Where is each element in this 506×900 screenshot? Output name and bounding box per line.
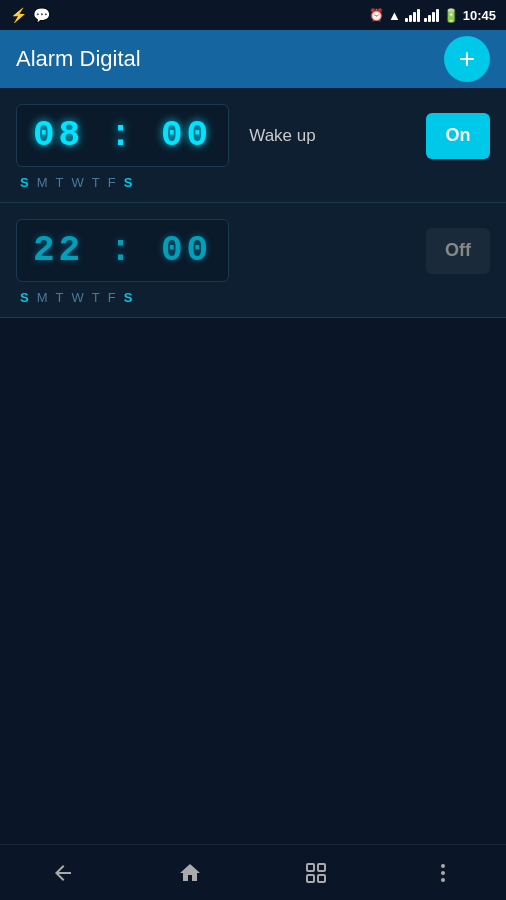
svg-rect-0 [307,864,314,871]
recents-button[interactable] [291,853,341,893]
alarm-row-1: 08 : 00 Wake up On [16,104,490,167]
alarm-item-1: 08 : 00 Wake up On S M T W T F S [0,88,506,203]
svg-rect-3 [318,875,325,882]
day-s2-1: S [124,175,133,190]
recents-icon [304,861,328,885]
svg-rect-1 [318,864,325,871]
day-s-1: S [20,175,29,190]
alarm-time-2[interactable]: 22 : 00 [16,219,229,282]
day-s-2: S [20,290,29,305]
alarm-row-2: 22 : 00 Off [16,219,490,282]
svg-point-6 [441,878,445,882]
nav-bar [0,844,506,900]
signal-bars-1 [405,8,420,22]
back-button[interactable] [38,853,88,893]
day-t2-1: T [92,175,100,190]
alarm-days-2: S M T W T F S [20,290,490,305]
svg-point-4 [441,864,445,868]
home-button[interactable] [165,853,215,893]
alarms-list: 08 : 00 Wake up On S M T W T F S 22 : 00… [0,88,506,318]
alarm-label-1: Wake up [249,126,315,146]
alarm-clock-icon: ⏰ [369,8,384,22]
day-s2-2: S [124,290,133,305]
app-title: Alarm Digital [16,46,141,72]
day-t2-2: T [92,290,100,305]
home-icon [178,861,202,885]
day-f-2: F [108,290,116,305]
day-w-1: W [71,175,83,190]
alarm-time-1[interactable]: 08 : 00 [16,104,229,167]
day-f-1: F [108,175,116,190]
alarm-time-label-2: 22 : 00 [16,219,229,282]
usb-icon: ⚡ [10,7,27,23]
day-w-2: W [71,290,83,305]
status-bar-right: ⏰ ▲ 🔋 10:45 [369,8,496,23]
svg-point-5 [441,871,445,875]
day-m-1: M [37,175,48,190]
status-time: 10:45 [463,8,496,23]
day-t1-2: T [56,290,64,305]
alarm-time-label-1: 08 : 00 Wake up [16,104,316,167]
day-t1-1: T [56,175,64,190]
day-m-2: M [37,290,48,305]
battery-icon: 🔋 [443,8,459,23]
chat-icon: 💬 [33,7,50,23]
alarm-toggle-1[interactable]: On [426,113,490,159]
signal-bars-2 [424,8,439,22]
alarm-item-2: 22 : 00 Off S M T W T F S [0,203,506,318]
back-icon [51,861,75,885]
status-bar-left: ⚡ 💬 [10,7,50,23]
more-icon [431,861,455,885]
svg-rect-2 [307,875,314,882]
alarm-toggle-2[interactable]: Off [426,228,490,274]
wifi-icon: ▲ [388,8,401,23]
more-button[interactable] [418,853,468,893]
alarm-days-1: S M T W T F S [20,175,490,190]
status-bar: ⚡ 💬 ⏰ ▲ 🔋 10:45 [0,0,506,30]
app-bar: Alarm Digital + [0,30,506,88]
add-alarm-button[interactable]: + [444,36,490,82]
